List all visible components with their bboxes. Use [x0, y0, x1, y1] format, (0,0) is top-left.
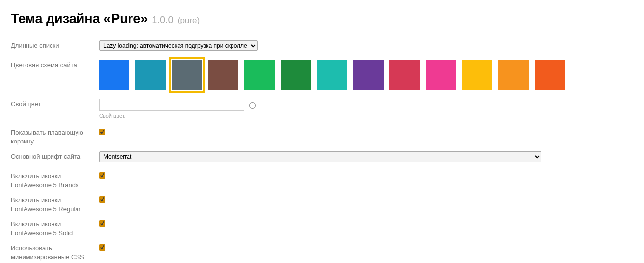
- color-swatch-5[interactable]: [281, 60, 311, 90]
- row-custom-color: Свой цвет Свой цвет.: [11, 99, 633, 119]
- label-main-font: Основной шрифт сайта: [11, 151, 99, 161]
- checkbox-fa-solid[interactable]: [99, 220, 105, 227]
- checkbox-minified[interactable]: [99, 244, 105, 251]
- row-color-scheme: Цветовая схема сайта: [11, 60, 633, 90]
- label-fa-regular: Включить иконки FontAwesome 5 Regular: [11, 195, 99, 213]
- color-swatch-1[interactable]: [135, 60, 166, 90]
- page-title: Тема дизайна «Pure» 1.0.0 (pure): [11, 11, 633, 26]
- label-fa-brands: Включить иконки FontAwesome 5 Brands: [11, 171, 99, 189]
- checkbox-floating-cart[interactable]: [99, 129, 105, 135]
- label-custom-color: Свой цвет: [11, 99, 99, 109]
- label-minified: Использовать минимизированные CSS файлы: [11, 243, 99, 263]
- color-swatch-3[interactable]: [208, 60, 238, 90]
- color-swatch-6[interactable]: [317, 60, 347, 90]
- row-fa-regular: Включить иконки FontAwesome 5 Regular: [11, 195, 633, 213]
- row-long-lists: Длинные списки Lazy loading: автоматичес…: [11, 40, 633, 51]
- title-main: Тема дизайна «Pure»: [11, 11, 148, 26]
- label-floating-cart: Показывать плавающую корзину: [11, 127, 99, 145]
- color-swatch-12[interactable]: [535, 60, 565, 90]
- label-color-scheme: Цветовая схема сайта: [11, 60, 99, 70]
- checkbox-fa-regular[interactable]: [99, 196, 105, 203]
- swatch-list: [99, 60, 633, 90]
- color-swatch-4[interactable]: [244, 60, 275, 90]
- checkbox-fa-brands[interactable]: [99, 172, 105, 179]
- select-main-font[interactable]: Montserrat: [99, 151, 541, 162]
- label-long-lists: Длинные списки: [11, 40, 99, 50]
- row-minified: Использовать минимизированные CSS файлы: [11, 243, 633, 263]
- row-fa-brands: Включить иконки FontAwesome 5 Brands: [11, 171, 633, 189]
- color-swatch-2[interactable]: [172, 60, 202, 90]
- title-slug: (pure): [178, 16, 200, 25]
- color-swatch-0[interactable]: [99, 60, 129, 90]
- row-fa-solid: Включить иконки FontAwesome 5 Solid: [11, 219, 633, 237]
- row-main-font: Основной шрифт сайта Montserrat: [11, 151, 633, 162]
- select-long-lists[interactable]: Lazy loading: автоматическая подгрузка п…: [99, 40, 258, 51]
- color-swatch-7[interactable]: [353, 60, 384, 90]
- hint-custom-color: Свой цвет.: [99, 113, 633, 119]
- color-swatch-10[interactable]: [462, 60, 492, 90]
- row-floating-cart: Показывать плавающую корзину: [11, 127, 633, 145]
- radio-custom-color[interactable]: [249, 102, 256, 109]
- input-custom-color[interactable]: [99, 99, 244, 111]
- color-swatch-11[interactable]: [498, 60, 529, 90]
- color-swatch-9[interactable]: [426, 60, 456, 90]
- label-fa-solid: Включить иконки FontAwesome 5 Solid: [11, 219, 99, 237]
- color-swatch-8[interactable]: [389, 60, 420, 90]
- title-version: 1.0.0: [152, 14, 173, 25]
